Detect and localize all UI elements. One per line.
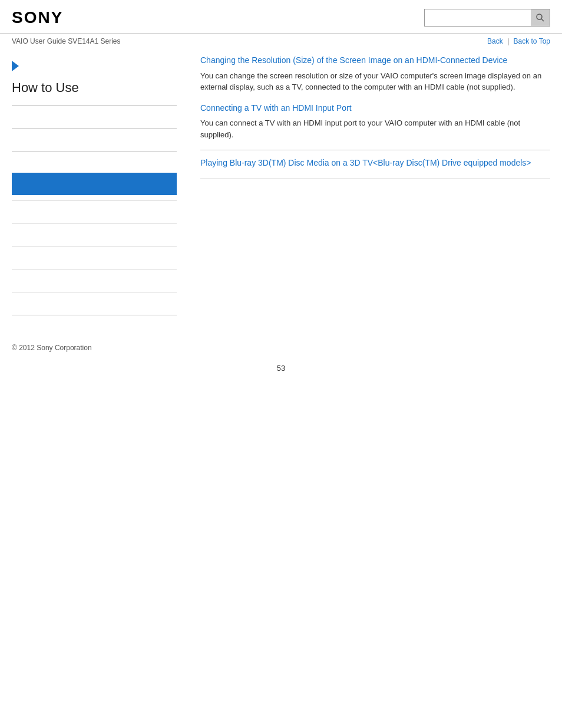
sidebar-divider-3 <box>12 151 177 151</box>
search-input[interactable] <box>425 9 531 26</box>
sidebar-divider-7 <box>12 269 177 269</box>
sidebar-item-6 <box>12 251 177 264</box>
nav-links: Back | Back to Top <box>487 37 550 45</box>
sidebar-item-3 <box>12 156 177 169</box>
article-1-desc: You can change the screen resolution or … <box>200 70 550 93</box>
copyright-text: © 2012 Sony Corporation <box>12 344 92 352</box>
chevron-right-icon <box>12 61 19 71</box>
svg-point-0 <box>537 14 542 19</box>
guide-title: VAIO User Guide SVE14A1 Series <box>12 37 121 45</box>
search-box <box>424 9 550 27</box>
content-area: Changing the Resolution (Size) of the Sc… <box>189 55 550 320</box>
article-3: Playing Blu-ray 3D(TM) Disc Media on a 3… <box>200 157 550 169</box>
search-icon <box>535 13 545 22</box>
footer: © 2012 Sony Corporation <box>0 332 562 358</box>
article-2: Connecting a TV with an HDMI Input Port … <box>200 103 550 141</box>
back-to-top-link[interactable]: Back to Top <box>514 37 550 45</box>
back-link[interactable]: Back <box>487 37 503 45</box>
sidebar-item-8 <box>12 297 177 310</box>
header: SONY <box>0 0 562 34</box>
section-title: How to Use <box>12 80 177 99</box>
sidebar-divider-2 <box>12 128 177 129</box>
content-divider-1 <box>200 150 550 150</box>
search-button[interactable] <box>531 9 550 26</box>
article-1-title[interactable]: Changing the Resolution (Size) of the Sc… <box>200 55 550 67</box>
article-3-title[interactable]: Playing Blu-ray 3D(TM) Disc Media on a 3… <box>200 157 550 169</box>
sidebar-item-5 <box>12 228 177 241</box>
sub-header: VAIO User Guide SVE14A1 Series Back | Ba… <box>0 34 562 49</box>
sidebar-divider-5 <box>12 223 177 223</box>
sidebar-item-4 <box>12 205 177 218</box>
content-divider-2 <box>200 179 550 179</box>
sidebar-item-1 <box>12 110 177 123</box>
page-number: 53 <box>0 358 562 384</box>
main-layout: How to Use Changing the Resolution (Size… <box>0 49 562 332</box>
sidebar-divider-8 <box>12 292 177 292</box>
sidebar-divider-4 <box>12 200 177 200</box>
chevron-wrap <box>12 55 177 75</box>
sidebar-item-2 <box>12 133 177 146</box>
sidebar-highlight-item[interactable] <box>12 173 177 195</box>
sidebar-divider-9 <box>12 315 177 315</box>
sidebar-divider-6 <box>12 246 177 246</box>
nav-separator: | <box>507 37 509 45</box>
article-1: Changing the Resolution (Size) of the Sc… <box>200 55 550 93</box>
sony-logo: SONY <box>12 8 63 27</box>
sidebar-divider-1 <box>12 105 177 106</box>
article-2-desc: You can connect a TV with an HDMI input … <box>200 117 550 140</box>
article-2-title[interactable]: Connecting a TV with an HDMI Input Port <box>200 103 550 114</box>
svg-line-1 <box>541 19 544 21</box>
sidebar-item-7 <box>12 274 177 287</box>
sidebar: How to Use <box>12 55 189 320</box>
